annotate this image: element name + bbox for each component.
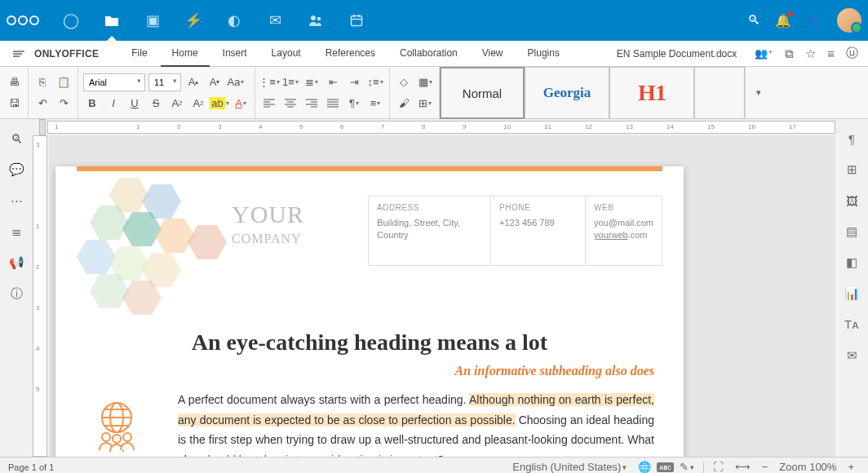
increase-indent-icon[interactable]: ⇥	[345, 73, 363, 91]
decrease-font-icon[interactable]: A▾	[206, 73, 224, 91]
user-avatar[interactable]	[837, 8, 861, 33]
copy-icon[interactable]: ⎘	[33, 73, 51, 91]
onlyoffice-logo-icon	[13, 51, 24, 57]
underline-icon[interactable]: U	[126, 95, 144, 113]
fit-width-icon[interactable]: ⟷	[729, 461, 756, 473]
svg-point-0	[311, 15, 316, 20]
style-h1[interactable]: H1	[609, 67, 694, 119]
find-icon[interactable]: 🔍︎	[7, 129, 26, 148]
tab-plugins[interactable]: Plugins	[516, 41, 571, 67]
editor-workspace: 🔍︎ 💬 ⋯ ≣ 📢 ⓘ 11234567891011121314151617 …	[0, 119, 868, 457]
navigation-icon[interactable]: ≣	[7, 222, 26, 241]
vertical-ruler[interactable]: 312345	[33, 135, 47, 457]
subscript-icon[interactable]: A2	[189, 95, 207, 113]
page-canvas[interactable]: YOUR COMPANY ADDRESS Building, Street, C…	[49, 135, 835, 457]
contacts-app-icon[interactable]	[295, 0, 336, 41]
language-selector[interactable]: English (United States) ▾	[507, 461, 632, 473]
open-location-icon[interactable]: ⧉	[785, 46, 794, 61]
image-settings-icon[interactable]: 🖼	[842, 191, 861, 210]
textart-settings-icon[interactable]: Tᴀ	[842, 315, 861, 334]
save-icon[interactable]: 🖫	[5, 95, 23, 113]
nonprinting-icon[interactable]: ¶▾	[345, 95, 363, 113]
table-settings-icon[interactable]: ⊞	[842, 160, 861, 179]
photos-app-icon[interactable]: ▣	[132, 0, 173, 41]
view-settings-icon[interactable]: ≡	[827, 46, 835, 60]
highlight-color-icon[interactable]: ab▾	[210, 95, 228, 113]
track-changes-icon[interactable]: ✎▾	[674, 461, 700, 473]
tab-view[interactable]: View	[471, 41, 515, 67]
nextcloud-logo[interactable]	[7, 15, 39, 25]
font-color-icon[interactable]: A▾	[232, 95, 250, 113]
copy-style-icon[interactable]: 🖌	[395, 95, 413, 113]
about-icon[interactable]: ⓘ	[7, 284, 26, 303]
bold-icon[interactable]: B	[83, 95, 101, 113]
font-name-select[interactable]	[83, 73, 145, 91]
home-toolbar: 🖶 🖫 ⎘ 📋 ↶ ↷ A▴ A▾ Aa▾ B I U S A2 A2 ab▾ …	[0, 67, 868, 119]
feedback-icon[interactable]: 📢	[7, 253, 26, 272]
select-all-icon[interactable]: ⊞▾	[416, 95, 434, 113]
search-icon[interactable]: 🔍︎	[747, 13, 760, 28]
paragraph-settings-icon[interactable]: ¶	[842, 129, 861, 148]
zoom-out-icon[interactable]: −	[756, 461, 774, 473]
spellcheck-icon[interactable]: 🌐	[632, 461, 657, 473]
italic-icon[interactable]: I	[104, 95, 122, 113]
number-list-icon[interactable]: 1≡▾	[281, 73, 299, 91]
change-case-icon[interactable]: Aa▾	[227, 73, 245, 91]
line-spacing-icon[interactable]: ↕≡▾	[366, 73, 384, 91]
chat-icon[interactable]: ⋯	[7, 191, 26, 210]
align-left-icon[interactable]	[260, 95, 278, 113]
clear-style-icon[interactable]: ◇	[395, 73, 413, 91]
zoom-level[interactable]: Zoom 100%	[773, 461, 842, 473]
increase-font-icon[interactable]: A▴	[184, 73, 202, 91]
manage-access-icon[interactable]: 👥⁺	[755, 47, 773, 60]
horizontal-ruler[interactable]: 11234567891011121314151617	[33, 119, 835, 135]
contacts-menu-icon[interactable]: 👤	[806, 13, 822, 29]
fit-page-icon[interactable]: ⛶	[707, 461, 729, 473]
page-indicator[interactable]: Page 1 of 1	[8, 462, 54, 472]
shading-icon[interactable]: ▦▾	[416, 73, 434, 91]
tab-insert[interactable]: Insert	[211, 41, 259, 67]
paste-icon[interactable]: 📋	[55, 73, 73, 91]
multilevel-list-icon[interactable]: ≣▾	[303, 73, 321, 91]
notifications-icon[interactable]: 🔔	[775, 13, 791, 29]
redo-icon[interactable]: ↷	[55, 95, 73, 113]
style-normal[interactable]: Normal	[440, 67, 525, 119]
strikethrough-icon[interactable]: S	[147, 95, 165, 113]
tab-home[interactable]: Home	[161, 41, 210, 67]
styles-expand-icon[interactable]: ▾	[745, 67, 771, 118]
style-georgia[interactable]: Georgia	[525, 67, 609, 119]
tab-collaboration[interactable]: Collaboration	[388, 41, 469, 67]
spellcheck-toggle-icon[interactable]: ᴀʙc	[657, 462, 674, 472]
style-blank[interactable]	[694, 67, 745, 119]
mailmerge-icon[interactable]: ✉	[842, 346, 861, 365]
undo-icon[interactable]: ↶	[33, 95, 51, 113]
comments-icon[interactable]: 💬	[7, 160, 26, 179]
shading-direction-icon[interactable]: ≡▾	[366, 95, 384, 113]
dashboard-app-icon[interactable]: ◯	[51, 0, 91, 41]
svg-point-7	[123, 433, 131, 441]
calendar-app-icon[interactable]	[336, 0, 377, 41]
shape-settings-icon[interactable]: ◧	[842, 253, 861, 272]
bullet-list-icon[interactable]: ⋮≡▾	[260, 73, 278, 91]
editor-tabs: File Home Insert Layout References Colla…	[120, 41, 571, 67]
files-app-icon[interactable]	[91, 0, 132, 41]
talk-app-icon[interactable]: ◐	[214, 0, 255, 41]
tab-references[interactable]: References	[314, 41, 387, 67]
align-center-icon[interactable]	[281, 95, 299, 113]
superscript-icon[interactable]: A2	[168, 95, 186, 113]
favorite-icon[interactable]: ☆	[805, 46, 816, 61]
print-icon[interactable]: 🖶	[5, 73, 23, 91]
tab-file[interactable]: File	[120, 41, 158, 67]
contact-info-table: ADDRESS Building, Street, City, Country …	[368, 196, 662, 266]
chart-settings-icon[interactable]: 📊	[842, 284, 861, 303]
mail-app-icon[interactable]: ✉	[255, 0, 295, 41]
font-size-select[interactable]	[148, 73, 181, 91]
align-justify-icon[interactable]	[324, 95, 342, 113]
align-right-icon[interactable]	[303, 95, 321, 113]
header-footer-icon[interactable]: ▤	[842, 222, 861, 241]
decrease-indent-icon[interactable]: ⇤	[324, 73, 342, 91]
zoom-in-icon[interactable]: +	[842, 461, 860, 473]
activity-app-icon[interactable]: ⚡	[173, 0, 214, 41]
user-profile-icon[interactable]: ⓤ	[846, 46, 858, 61]
tab-layout[interactable]: Layout	[260, 41, 312, 67]
